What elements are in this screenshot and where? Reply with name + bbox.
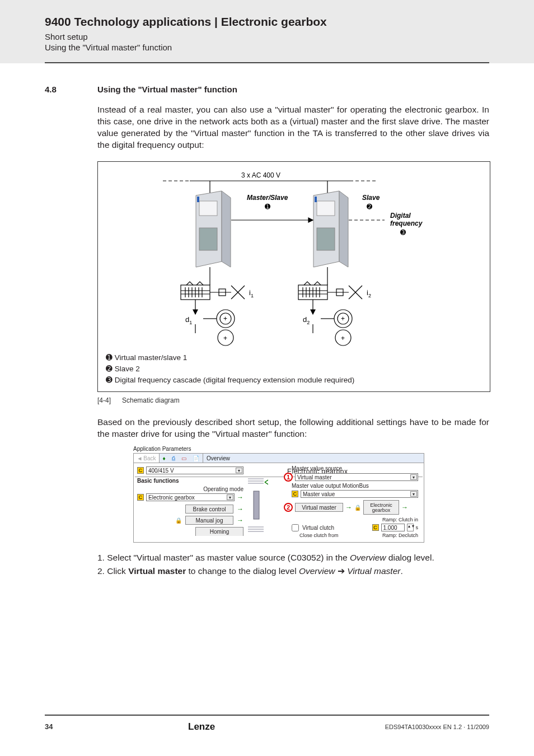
d2-label: d2: [303, 315, 310, 325]
svg-text:+: +: [223, 315, 227, 323]
arrow-icon: →: [345, 503, 352, 511]
app-screenshot: Application Parameters ◄ Back ♦ ⎙ ▭ 📄 Ov…: [133, 446, 424, 543]
section-intro-paragraph: Instead of a real master, you can also u…: [97, 104, 489, 151]
page-title: 9400 Technology applications | Electroni…: [45, 15, 489, 29]
svg-marker-59: [311, 310, 315, 314]
section-number: 4.8: [45, 85, 97, 94]
svg-marker-6: [222, 191, 231, 267]
df-label-1: Digital: [390, 212, 411, 220]
svg-rect-12: [317, 201, 335, 216]
header-rule: [45, 62, 489, 63]
ramp-declutch-label: Ramp: Declutch: [382, 533, 418, 538]
d1-label: d1: [185, 315, 192, 325]
legend-3: Digital frequency cascade (digital frequ…: [113, 376, 354, 384]
arrow-icon: →: [401, 503, 408, 511]
electronic-gearbox-button[interactable]: Electronicgearbox: [363, 500, 399, 515]
master-value-source-dropdown[interactable]: Virtual master▼: [295, 473, 418, 481]
master-slave-label: Master/Slave: [247, 194, 288, 202]
header-sub2: Using the "Virtual master" function: [45, 43, 489, 52]
arrow-icon: →: [237, 493, 243, 501]
mid-graphic: [246, 477, 268, 538]
unit-label: s: [416, 525, 419, 530]
gear-2: [298, 282, 327, 300]
supply-label: 3 x AC 400 V: [241, 171, 280, 179]
c-icon: C: [372, 524, 379, 531]
schematic-svg: 3 x AC 400 V Master/Slave ➊ Slave ➋: [137, 167, 451, 347]
basic-functions-label: Basic functions: [137, 478, 243, 484]
tool-icon-1[interactable]: ⎙: [172, 455, 175, 461]
svg-marker-18: [308, 218, 313, 222]
slave-label: Slave: [362, 194, 380, 202]
i1-label: i1: [249, 288, 254, 298]
legend-2: Slave 2: [113, 365, 140, 373]
svg-text:➊: ➊: [265, 203, 270, 211]
figure-legend: ➊ Virtual master/slave 1 ➋ Slave 2 ➌ Dig…: [106, 352, 482, 386]
schematic-figure: 3 x AC 400 V Master/Slave ➊ Slave ➋: [97, 161, 490, 393]
svg-rect-13: [317, 228, 335, 250]
tool-icon-2[interactable]: ▭: [181, 455, 186, 461]
i2-label: i2: [367, 288, 371, 298]
mvomb-label: Master value output MotionBus: [292, 483, 418, 489]
header-sub1: Short setup: [45, 32, 489, 41]
step-1: 1. Select "Virtual master" as master val…: [107, 553, 489, 563]
toolbar: ◄ Back ♦ ⎙ ▭ 📄 Overview: [133, 453, 424, 463]
c-icon: C: [292, 491, 298, 497]
para-after-figure: Based on the previously described short …: [97, 417, 489, 440]
step-2: 2. Click Virtual master to change to the…: [107, 566, 489, 576]
svg-rect-9: [197, 197, 199, 202]
apply-icon[interactable]: ♦: [163, 455, 166, 461]
back-button[interactable]: ◄ Back: [134, 454, 160, 463]
drive-2: [313, 191, 348, 267]
page-footer: 34 Lenze EDS94TA10030xxxx EN 1.2 · 11/20…: [0, 715, 534, 737]
svg-rect-8: [199, 228, 217, 250]
svg-rect-14: [315, 197, 317, 202]
master-value-dropdown[interactable]: Master value▼: [301, 490, 418, 498]
c-icon: C: [137, 494, 144, 501]
app-params-label: Application Parameters: [133, 446, 424, 452]
virtual-clutch-label: Virtual clutch: [302, 525, 370, 531]
lenze-logo: Lenze: [188, 720, 250, 733]
svg-text:Lenze: Lenze: [188, 721, 215, 732]
svg-text:➌: ➌: [400, 228, 406, 236]
operating-mode-label: Operating mode: [137, 486, 243, 492]
step-marker-1: 1: [284, 473, 293, 482]
close-clutch-from-label: Close clutch from: [299, 533, 339, 538]
svg-text:+: +: [341, 315, 345, 323]
page-number: 34: [45, 722, 53, 731]
svg-marker-50: [193, 310, 198, 314]
operating-mode-dropdown[interactable]: Electronic gearbox▼: [146, 493, 235, 501]
legend-1: Virtual master/slave 1: [113, 353, 187, 362]
svg-text:+: +: [341, 334, 345, 342]
tool-icon-3[interactable]: 📄: [193, 455, 199, 461]
lock-icon: 🔒: [175, 517, 182, 524]
svg-rect-67: [254, 491, 259, 519]
ramp-clutch-in-label: Ramp: Clutch in: [284, 517, 418, 522]
c-icon: C: [137, 467, 144, 474]
doc-id: EDS94TA10030xxxx EN 1.2 · 11/2009: [385, 724, 489, 730]
overview-tab[interactable]: Overview: [203, 454, 424, 463]
mvs-label: Master value source: [292, 465, 418, 472]
figure-caption: [4-4]Schematic diagram: [97, 396, 489, 404]
section-title: Using the "Virtual master" function: [97, 85, 237, 94]
voltage-dropdown[interactable]: 400/415 V▼: [146, 466, 243, 474]
virtual-clutch-checkbox[interactable]: [292, 524, 299, 531]
drive-1: [196, 191, 231, 267]
gear-1: [181, 282, 210, 300]
step-marker-2: 2: [284, 503, 293, 512]
instruction-steps: 1. Select "Virtual master" as master val…: [97, 553, 489, 576]
ramp-value-input[interactable]: 1.000: [381, 524, 405, 531]
toolbar-icons[interactable]: ♦ ⎙ ▭ 📄: [160, 454, 203, 463]
svg-text:+: +: [223, 334, 227, 342]
df-label-2: frequency: [390, 220, 423, 227]
virtual-master-button[interactable]: Virtual master: [295, 503, 343, 512]
arrow-icon: →: [237, 505, 243, 513]
brake-control-button[interactable]: Brake control: [185, 505, 233, 514]
homing-button[interactable]: Homing: [195, 527, 243, 536]
lock-icon: 🔒: [354, 505, 361, 511]
svg-text:➋: ➋: [367, 203, 372, 211]
svg-marker-11: [339, 191, 348, 267]
svg-rect-7: [199, 201, 217, 216]
arrow-icon: →: [237, 516, 243, 524]
spinner-icon[interactable]: ▲▼: [407, 524, 414, 531]
manual-jog-button[interactable]: Manual jog: [185, 516, 233, 525]
